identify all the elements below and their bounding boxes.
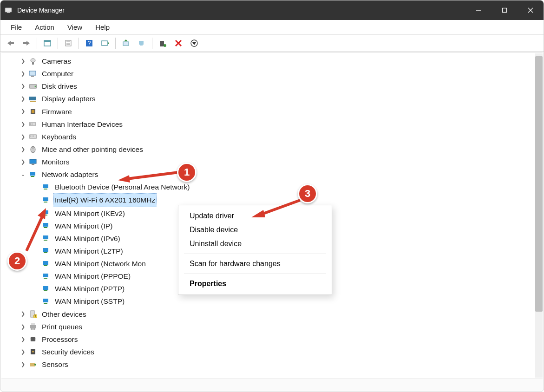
tree-node-wan-sstp[interactable]: · WAN Miniport (SSTP): [32, 295, 543, 307]
context-disable-device[interactable]: Disable device: [178, 223, 332, 237]
svg-rect-9: [23, 42, 26, 44]
tree-label: Print queues: [40, 320, 84, 333]
properties-button[interactable]: [61, 37, 76, 50]
chevron-right-icon[interactable]: ❯: [19, 57, 26, 65]
tree-node-network-adapters[interactable]: ⌄ Network adapters: [19, 168, 543, 181]
chevron-right-icon[interactable]: ❯: [19, 360, 26, 369]
context-scan-hardware[interactable]: Scan for hardware changes: [178, 257, 332, 271]
tree-node-bluetooth-pan[interactable]: · Bluetooth Device (Personal Area Networ…: [32, 181, 543, 193]
tree-node-display-adapters[interactable]: ❯ Display adapters: [19, 92, 543, 105]
svg-rect-36: [29, 97, 36, 100]
tree-node-sensors[interactable]: ❯ Sensors: [19, 358, 543, 371]
chevron-right-icon[interactable]: ❯: [19, 157, 26, 166]
computer-icon: [28, 69, 38, 78]
scan-hardware-button[interactable]: [98, 37, 112, 50]
annotation-arrow-1: [118, 169, 181, 183]
chevron-right-icon[interactable]: ❯: [19, 107, 26, 116]
back-button[interactable]: [3, 37, 18, 50]
help-button[interactable]: ?: [82, 37, 97, 50]
menu-file[interactable]: File: [4, 21, 28, 33]
tree-node-disk-drives[interactable]: ❯ Disk drives: [19, 80, 543, 92]
tree-label: WAN Miniport (PPPOE): [53, 270, 132, 282]
chevron-right-icon[interactable]: ❯: [19, 69, 26, 78]
monitor-icon: [28, 157, 38, 167]
svg-marker-29: [192, 42, 196, 45]
network-adapter-icon: [41, 272, 51, 281]
tree-node-monitors[interactable]: ❯ Monitors: [19, 156, 543, 168]
sensor-icon: [28, 360, 38, 369]
app-icon: [4, 6, 13, 14]
disk-icon: [28, 82, 38, 91]
svg-rect-23: [140, 45, 143, 46]
down-arrow-button[interactable]: [187, 37, 202, 50]
chevron-right-icon[interactable]: ❯: [19, 335, 26, 344]
window-title: Device Manager: [17, 7, 465, 14]
chevron-down-icon[interactable]: ⌄: [19, 170, 26, 179]
minimize-button[interactable]: [465, 0, 492, 20]
svg-line-90: [26, 216, 42, 251]
svg-rect-53: [43, 184, 48, 188]
menu-view[interactable]: View: [61, 21, 89, 33]
tree-node-print-queues[interactable]: ❯ Print queues: [19, 320, 543, 333]
status-bar: [1, 379, 543, 391]
menu-action[interactable]: Action: [28, 21, 61, 33]
enable-device-button[interactable]: [155, 37, 170, 50]
menu-help[interactable]: Help: [89, 21, 116, 33]
toolbar-separator: [152, 38, 152, 49]
tree-node-processors[interactable]: ❯ Processors: [19, 333, 543, 346]
chevron-right-icon[interactable]: ❯: [19, 132, 26, 141]
tree-node-computer[interactable]: ❯ Computer: [19, 67, 543, 80]
svg-rect-45: [32, 136, 33, 137]
svg-rect-42: [32, 124, 33, 124]
uninstall-device-button[interactable]: [134, 37, 149, 50]
svg-rect-56: [44, 202, 47, 203]
chevron-right-icon[interactable]: ❯: [19, 145, 26, 154]
tree-node-cameras[interactable]: ❯ Cameras: [19, 55, 543, 67]
tree-label: WAN Miniport (PPTP): [53, 282, 126, 295]
context-properties[interactable]: Properties: [178, 277, 332, 291]
show-hidden-button[interactable]: [40, 37, 55, 50]
chevron-right-icon[interactable]: ❯: [19, 120, 26, 129]
chevron-right-icon[interactable]: ❯: [19, 309, 26, 318]
vertical-scrollbar[interactable]: [535, 53, 543, 378]
svg-marker-19: [108, 42, 109, 45]
svg-rect-66: [44, 265, 47, 266]
svg-rect-24: [160, 41, 164, 46]
chevron-right-icon[interactable]: ❯: [19, 347, 26, 356]
svg-text:?: ?: [88, 40, 91, 46]
svg-rect-70: [44, 290, 47, 291]
scrollbar-thumb[interactable]: [535, 56, 543, 312]
context-uninstall-device[interactable]: Uninstall device: [178, 237, 332, 251]
tree-label: Human Interface Devices: [40, 118, 124, 131]
update-driver-button[interactable]: [118, 37, 133, 50]
chevron-right-icon[interactable]: ❯: [19, 322, 26, 331]
close-button[interactable]: [518, 0, 544, 20]
tree-label: Keyboards: [40, 131, 78, 143]
tree-node-hid[interactable]: ❯ Human Interface Devices: [19, 118, 543, 131]
chevron-right-icon[interactable]: ❯: [19, 94, 26, 103]
tree-label: Disk drives: [40, 80, 79, 92]
svg-point-87: [34, 364, 36, 366]
tree-label: WAN Miniport (L2TP): [53, 245, 125, 257]
tree-node-keyboards[interactable]: ❯ Keyboards: [19, 131, 543, 143]
svg-rect-7: [11, 42, 14, 44]
svg-rect-52: [31, 176, 34, 177]
svg-rect-39: [32, 110, 34, 113]
chevron-right-icon[interactable]: ❯: [19, 82, 26, 91]
tree-node-firmware[interactable]: ❯ Firmware: [19, 105, 543, 118]
svg-rect-78: [31, 328, 35, 330]
annotation-badge-2: 2: [7, 251, 27, 271]
forward-button[interactable]: [19, 37, 34, 50]
tree-node-security-devices[interactable]: ❯ Security devices: [19, 346, 543, 358]
disable-device-button[interactable]: [171, 37, 186, 50]
svg-rect-65: [43, 261, 48, 265]
tree-node-other-devices[interactable]: ❯ ? Other devices: [19, 308, 543, 320]
svg-rect-49: [30, 159, 36, 163]
context-separator: [184, 254, 326, 254]
tree-label: Monitors: [40, 156, 71, 168]
tree-node-mice[interactable]: ❯ Mice and other pointing devices: [19, 143, 543, 156]
svg-rect-18: [102, 41, 107, 46]
svg-point-25: [164, 44, 166, 47]
maximize-button[interactable]: [492, 0, 518, 20]
svg-marker-89: [118, 175, 130, 183]
